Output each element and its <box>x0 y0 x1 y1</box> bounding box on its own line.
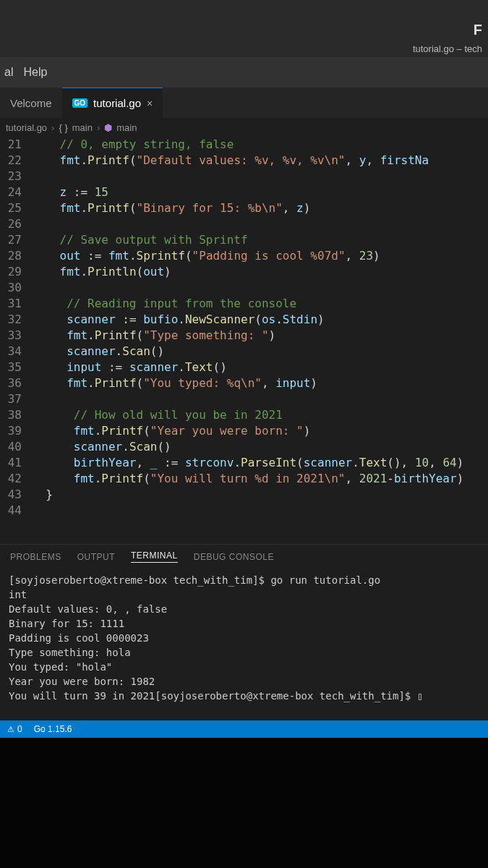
line-number: 42 <box>0 471 22 487</box>
code-line[interactable]: fmt.Printf("You will turn %d in 2021\n",… <box>32 471 488 487</box>
title-right-fragment: F <box>474 22 482 38</box>
vscode-window: F tutorial.go – tech al Help Velcome GO … <box>0 0 488 868</box>
code-line[interactable]: // Reading input from the console <box>32 296 488 312</box>
braces-icon: { } <box>59 122 67 133</box>
code-line[interactable]: fmt.Printf("Type something: ") <box>32 328 488 344</box>
chevron-right-icon: › <box>97 122 100 133</box>
code-line[interactable]: scanner := bufio.NewScanner(os.Stdin) <box>32 312 488 328</box>
tab-welcome-label: Velcome <box>10 97 52 109</box>
code-line[interactable]: out := fmt.Sprintf("Padding is cool %07d… <box>32 248 488 264</box>
code-line[interactable]: z := 15 <box>32 184 488 200</box>
code-line[interactable]: // How old will you be in 2021 <box>32 407 488 423</box>
line-number: 40 <box>0 439 22 455</box>
breadcrumb-file[interactable]: tutorial.go <box>6 122 47 133</box>
breadcrumb[interactable]: tutorial.go › { } main › ⬢ main <box>0 118 488 137</box>
go-version-status[interactable]: Go 1.15.6 <box>34 724 72 734</box>
close-icon[interactable]: × <box>147 98 153 109</box>
menu-bar[interactable]: al Help <box>0 57 488 88</box>
code-line[interactable] <box>32 169 488 184</box>
line-number: 22 <box>0 153 22 169</box>
line-number: 37 <box>0 391 22 407</box>
line-number: 25 <box>0 200 22 216</box>
line-number: 41 <box>0 455 22 471</box>
line-number: 32 <box>0 312 22 328</box>
line-number: 27 <box>0 232 22 248</box>
code-line[interactable]: scanner.Scan() <box>32 344 488 359</box>
line-number: 31 <box>0 296 22 312</box>
line-number: 30 <box>0 280 22 296</box>
code-line[interactable] <box>32 216 488 232</box>
warnings-count[interactable]: 0 <box>7 724 22 734</box>
panel-tab-terminal[interactable]: TERMINAL <box>131 550 178 563</box>
line-number: 24 <box>0 184 22 200</box>
code-line[interactable]: fmt.Printf("Binary for 15: %b\n", z) <box>32 200 488 216</box>
tab-bar: Velcome GO tutorial.go × <box>0 88 488 118</box>
menu-item-terminal[interactable]: al <box>4 66 13 79</box>
breadcrumb-pkg[interactable]: main <box>72 122 93 133</box>
code-line[interactable] <box>32 503 488 519</box>
code-line[interactable]: birthYear, _ := strconv.ParseInt(scanner… <box>32 455 488 471</box>
line-number: 33 <box>0 328 22 344</box>
code-line[interactable] <box>32 391 488 407</box>
tab-welcome[interactable]: Velcome <box>0 88 62 118</box>
panel-tab-problems[interactable]: PROBLEMS <box>10 552 61 562</box>
code-line[interactable]: // 0, empty string, false <box>32 137 488 153</box>
menu-item-help[interactable]: Help <box>23 66 47 79</box>
tab-tutorial-go[interactable]: GO tutorial.go × <box>62 88 163 118</box>
code-editor[interactable]: 2122232425262728293031323334353637383940… <box>0 137 488 544</box>
go-file-icon: GO <box>72 98 88 108</box>
status-bar: 0 Go 1.15.6 <box>0 720 488 738</box>
line-number: 23 <box>0 169 22 184</box>
panel-tab-debug[interactable]: DEBUG CONSOLE <box>194 552 274 562</box>
code-line[interactable] <box>32 280 488 296</box>
line-number: 36 <box>0 375 22 391</box>
desk-below <box>0 738 488 868</box>
tab-active-label: tutorial.go <box>93 97 141 109</box>
code-line[interactable]: } <box>32 487 488 503</box>
breadcrumb-func[interactable]: main <box>116 122 137 133</box>
code-line[interactable]: fmt.Printf("Default values: %v, %v, %v\n… <box>32 153 488 169</box>
line-number: 39 <box>0 423 22 439</box>
chevron-right-icon: › <box>51 122 54 133</box>
line-number: 29 <box>0 264 22 280</box>
line-number: 28 <box>0 248 22 264</box>
code-line[interactable]: // Save output with Sprintf <box>32 232 488 248</box>
line-number: 34 <box>0 344 22 359</box>
code-line[interactable]: fmt.Printf("You typed: %q\n", input) <box>32 375 488 391</box>
code-line[interactable]: input := scanner.Text() <box>32 359 488 375</box>
panel-tab-bar: PROBLEMS OUTPUT TERMINAL DEBUG CONSOLE <box>0 544 488 569</box>
line-number: 44 <box>0 503 22 519</box>
terminal-output[interactable]: [soyjoseroberto@xtreme-box tech_with_tim… <box>0 569 488 720</box>
line-number: 43 <box>0 487 22 503</box>
code-content[interactable]: // 0, empty string, false fmt.Printf("De… <box>32 137 488 544</box>
code-line[interactable]: fmt.Println(out) <box>32 264 488 280</box>
line-number-gutter: 2122232425262728293031323334353637383940… <box>0 137 32 544</box>
line-number: 35 <box>0 359 22 375</box>
line-number: 38 <box>0 407 22 423</box>
panel-tab-output[interactable]: OUTPUT <box>77 552 115 562</box>
cube-icon: ⬢ <box>104 122 112 133</box>
code-line[interactable]: scanner.Scan() <box>32 439 488 455</box>
line-number: 26 <box>0 216 22 232</box>
subtitle-bar: tutorial.go – tech <box>0 40 488 57</box>
code-line[interactable]: fmt.Printf("Year you were born: ") <box>32 423 488 439</box>
line-number: 21 <box>0 137 22 153</box>
window-subtitle: tutorial.go – tech <box>413 43 482 54</box>
title-bar: F <box>0 0 488 40</box>
